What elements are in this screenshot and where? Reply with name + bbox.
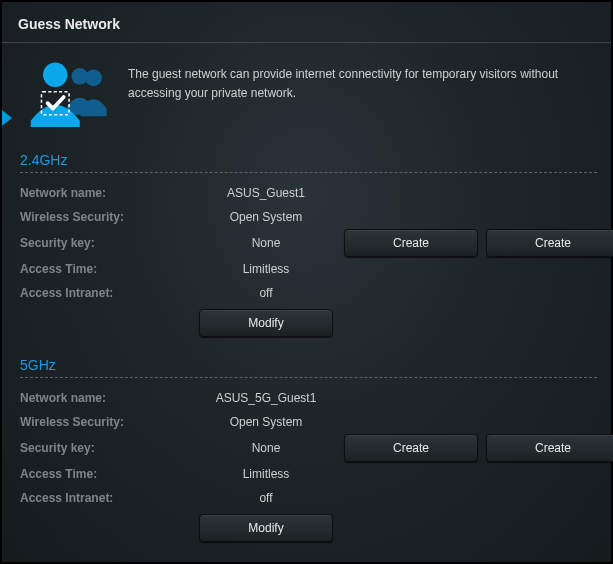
label-wireless-security: Wireless Security: [20,410,188,434]
create-button-5-slot2[interactable]: Create [344,434,478,462]
value-access-intranet-24: off [196,281,336,305]
label-access-intranet: Access Intranet: [20,281,188,305]
page-title: Guess Network [2,2,611,43]
spacer [20,343,597,357]
section-24ghz: 2.4GHz Network name: ASUS_Guest1 Wireles… [20,152,597,343]
value-security-key-24: None [196,231,336,255]
value-access-intranet-5: off [196,486,336,510]
label-security-key: Security key: [20,436,188,460]
value-wireless-security-24: Open System [196,205,336,229]
content-area: The guest network can provide internet c… [2,43,611,556]
value-wireless-security-5: Open System [196,410,336,434]
value-access-time-24: Limitless [196,257,336,281]
section-title-5ghz: 5GHz [20,357,597,373]
modify-button-5[interactable]: Modify [199,514,333,542]
intro-text: The guest network can provide internet c… [128,59,597,103]
value-network-name-5: ASUS_5G_Guest1 [196,386,336,410]
grid-5ghz: Network name: ASUS_5G_Guest1 Wireless Se… [20,386,597,548]
grid-24ghz: Network name: ASUS_Guest1 Wireless Secur… [20,181,597,343]
label-access-time: Access Time: [20,257,188,281]
value-security-key-5: None [196,436,336,460]
divider [20,377,597,378]
section-title-24ghz: 2.4GHz [20,152,597,168]
label-network-name: Network name: [20,181,188,205]
svg-point-2 [43,63,68,88]
guest-network-page: Guess Network [0,0,613,564]
svg-point-1 [85,69,102,86]
label-wireless-security: Wireless Security: [20,205,188,229]
modify-button-24[interactable]: Modify [199,309,333,337]
create-button-5-slot3[interactable]: Create [486,434,613,462]
label-access-time: Access Time: [20,462,188,486]
create-button-24-slot3[interactable]: Create [486,229,613,257]
guest-users-icon [20,59,112,132]
label-access-intranet: Access Intranet: [20,486,188,510]
section-5ghz: 5GHz Network name: ASUS_5G_Guest1 Wirele… [20,357,597,548]
create-button-24-slot2[interactable]: Create [344,229,478,257]
divider [20,172,597,173]
label-network-name: Network name: [20,386,188,410]
value-network-name-24: ASUS_Guest1 [196,181,336,205]
intro-block: The guest network can provide internet c… [20,59,597,132]
value-access-time-5: Limitless [196,462,336,486]
label-security-key: Security key: [20,231,188,255]
